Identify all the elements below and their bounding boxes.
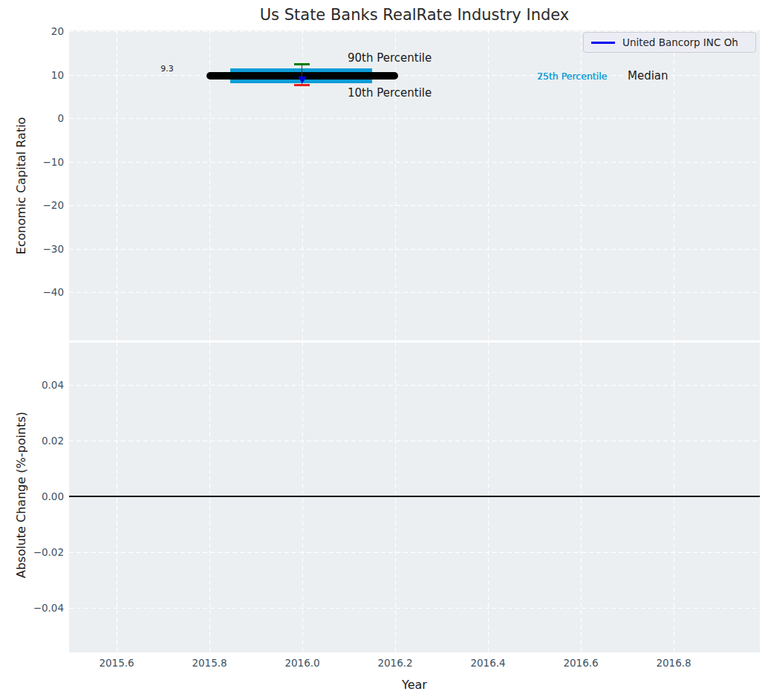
gridline — [69, 552, 760, 553]
y-tick-label: 10 — [0, 69, 64, 81]
p10-annotation: 10th Percentile — [348, 86, 432, 100]
top-subplot: 9.3 90th Percentile 10th Percentile 75th… — [69, 30, 760, 340]
y-tick-label: −0.02 — [0, 546, 64, 558]
gridline — [674, 30, 674, 340]
figure: Us State Banks RealRate Industry Index 9… — [0, 0, 768, 700]
gridline — [69, 441, 760, 441]
x-tick-label: 2016.8 — [644, 657, 703, 669]
y-axis-label-top: Economic Capital Ratio — [14, 117, 28, 255]
legend: United Bancorp INC Oh — [583, 32, 756, 53]
gridline — [69, 385, 760, 386]
legend-entry-label: United Bancorp INC Oh — [622, 36, 738, 48]
company-marker — [298, 77, 307, 83]
y-tick-label: −20 — [0, 199, 64, 211]
gridline — [209, 343, 210, 652]
x-tick-label: 2015.8 — [180, 657, 239, 669]
x-tick-label: 2015.6 — [87, 657, 146, 669]
y-tick-label: 20 — [0, 25, 64, 37]
y-tick-label: 0 — [0, 112, 64, 124]
x-tick-label: 2016.0 — [273, 657, 332, 669]
gridline — [69, 205, 760, 206]
gridline — [117, 30, 117, 340]
gridline — [395, 343, 396, 652]
y-axis-label-bottom: Absolute Change (%-points) — [14, 412, 28, 578]
zero-reference-line — [69, 496, 760, 497]
y-tick-label: 0.00 — [0, 490, 64, 502]
gridline — [69, 162, 760, 163]
x-axis-label: Year — [402, 678, 427, 692]
gridline — [302, 343, 303, 652]
x-tick-label: 2016.2 — [365, 657, 425, 669]
p10-whisker-cap — [294, 84, 310, 86]
p90-whisker-cap — [294, 63, 310, 65]
y-tick-label: −0.04 — [0, 602, 64, 614]
gridline — [488, 30, 489, 340]
gridline — [581, 343, 582, 652]
gridline — [488, 343, 489, 652]
chart-title: Us State Banks RealRate Industry Index — [260, 6, 570, 24]
gridline — [117, 343, 117, 652]
y-tick-label: −30 — [0, 243, 64, 255]
gridline — [69, 118, 760, 119]
gridline — [69, 292, 760, 293]
bottom-subplot — [69, 343, 760, 652]
gridline — [674, 343, 674, 652]
x-tick-label: 2016.6 — [551, 657, 611, 669]
p90-annotation: 90th Percentile — [348, 51, 432, 65]
x-tick-label: 2016.4 — [458, 657, 518, 669]
y-tick-label: −10 — [0, 156, 64, 168]
gridline — [69, 249, 760, 250]
start-value-annotation: 9.3 — [147, 64, 187, 74]
p25-annotation: 25th Percentile — [537, 71, 607, 82]
y-tick-label: 0.02 — [0, 435, 64, 447]
median-annotation: Median — [628, 69, 668, 82]
gridline — [69, 608, 760, 609]
legend-line-sample — [591, 42, 615, 44]
y-tick-label: −40 — [0, 286, 64, 298]
y-tick-label: 0.04 — [0, 379, 64, 391]
